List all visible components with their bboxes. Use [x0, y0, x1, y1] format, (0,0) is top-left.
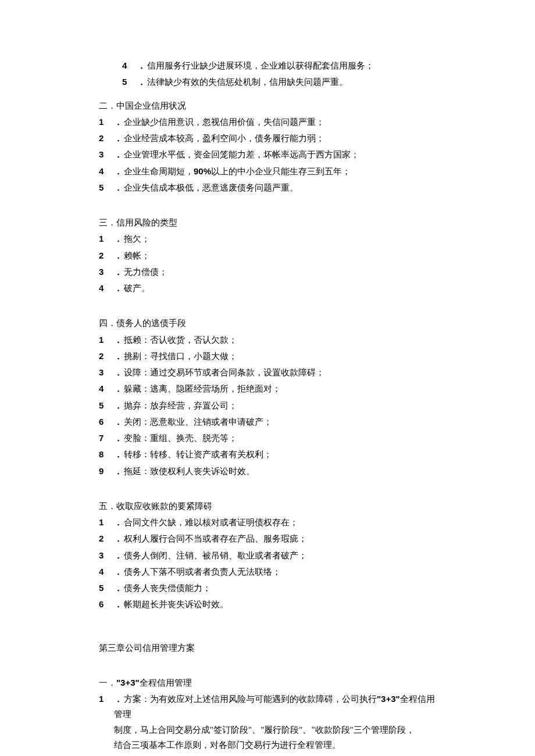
item-text: ．抵赖：否认收货，否认欠款； — [114, 332, 436, 347]
list-item: 5 ．企业失信成本极低，恶意逃废债务问题严重。 — [99, 180, 436, 195]
item-text: ．抛弃：放弃经营，弃置公司； — [114, 398, 436, 413]
item-number: 1 — [99, 691, 114, 753]
item-text: ．合同文件欠缺，难以核对或者证明债权存在； — [114, 515, 436, 530]
item-text: ．躲藏：逃离、隐匿经营场所，拒绝面对； — [114, 381, 436, 396]
list-item: 4 ．破产。 — [99, 281, 436, 296]
list-item: 6．关闭：恶意歇业、注销或者申请破产； — [99, 414, 436, 429]
section-5-heading: 五．收取应收账款的要紧障碍 — [99, 499, 436, 514]
list-item: 2 ．赖帐； — [99, 248, 436, 263]
item-text: ．变脸：重组、换壳、脱壳等； — [114, 431, 436, 446]
list-item: 4 ．企业生命周期短，90%以上的中小企业只能生存三到五年； — [99, 164, 436, 179]
item-number: 2 — [99, 131, 114, 146]
item-number: 8 — [99, 447, 114, 462]
list-item: 5．债务人丧失偿债能力； — [99, 581, 436, 596]
list-item: 4．躲藏：逃离、隐匿经营场所，拒绝面对； — [99, 381, 436, 396]
list-item: 4 ．信用服务行业缺少进展环境，企业难以获得配套信用服务； — [99, 58, 436, 73]
item-number: 1 — [99, 114, 114, 130]
list-item: 1．抵赖：否认收货，否认欠款； — [99, 332, 436, 347]
list-item: 2．挑剔：寻找借口，小题大做； — [99, 349, 436, 364]
list-item: 7．变脸：重组、换壳、脱壳等； — [99, 431, 436, 446]
item-text: ．无力偿债； — [114, 264, 436, 280]
item-number: 2 — [99, 248, 114, 263]
item-number: 3 — [99, 548, 114, 563]
list-item: 6．帐期超长并丧失诉讼时效。 — [99, 597, 436, 612]
item-text: ．挑剔：寻找借口，小题大做； — [114, 349, 436, 364]
item-text: ．企业缺少信用意识，忽视信用价值，失信问题严重； — [114, 114, 436, 130]
item-number: 4 — [122, 58, 137, 73]
chapter-3-section-1-heading: 一．"3+3"全程信用管理 — [99, 675, 436, 690]
item-number: 6 — [99, 597, 114, 612]
item-number: 7 — [99, 431, 114, 446]
item-text: ．企业失信成本极低，恶意逃废债务问题严重。 — [114, 180, 436, 195]
item-text: ．债务人丧失偿债能力； — [114, 581, 436, 596]
item-text: ．转移：转移、转让资产或者有关权利； — [114, 447, 436, 462]
item-number: 2 — [99, 531, 114, 546]
item-text: ．赖帐； — [114, 248, 436, 263]
item-number: 9 — [99, 464, 114, 479]
item-number: 1 — [99, 231, 114, 246]
item-number: 5 — [99, 398, 114, 413]
item-number: 4 — [99, 164, 114, 179]
item-text: ．拖延：致使权利人丧失诉讼时效。 — [114, 464, 436, 479]
item-number: 4 — [99, 381, 114, 396]
list-item: 5．抛弃：放弃经营，弃置公司； — [99, 398, 436, 413]
section-one-continuation: 4 ．信用服务行业缺少进展环境，企业难以获得配套信用服务； 5 ．法律缺少有效的… — [99, 58, 436, 90]
list-item: 1．合同文件欠缺，难以核对或者证明债权存在； — [99, 515, 436, 530]
item-number: 2 — [99, 349, 114, 364]
item-text: ．企业管理水平低，资金回笼能力差，坏帐率远高于西方国家； — [114, 147, 436, 162]
item-text: ．企业经营成本较高，盈利空间小，债务履行能力弱； — [114, 131, 436, 146]
list-item: 1 ．拖欠； — [99, 231, 436, 246]
list-item: 8．转移：转移、转让资产或者有关权利； — [99, 447, 436, 462]
section-5-list: 1．合同文件欠缺，难以核对或者证明债权存在； 2．权利人履行合同不当或者存在产品… — [99, 515, 436, 612]
item-number: 2 — [99, 754, 114, 756]
section-3-heading: 三．信用风险的类型 — [99, 215, 436, 230]
item-number: 6 — [99, 414, 114, 429]
section-2-list: 1 ．企业缺少信用意识，忽视信用价值，失信问题严重； 2 ．企业经营成本较高，盈… — [99, 114, 436, 195]
item-number: 1 — [99, 332, 114, 347]
list-item: 2．权利人履行合同不当或者存在产品、服务瑕疵； — [99, 531, 436, 546]
section-2-heading: 二．中国企业信用状况 — [99, 98, 436, 113]
list-item: 3．债务人倒闭、注销、被吊销、歇业或者者破产； — [99, 548, 436, 563]
item-number: 1 — [99, 515, 114, 530]
list-item: 9．拖延：致使权利人丧失诉讼时效。 — [99, 464, 436, 479]
item-text: ．XX 信用管理基本框架图（图一）。 — [114, 754, 436, 756]
item-text: ．企业生命周期短，90%以上的中小企业只能生存三到五年； — [114, 164, 436, 179]
section-4-list: 1．抵赖：否认收货，否认欠款； 2．挑剔：寻找借口，小题大做； 3．设障：通过交… — [99, 332, 436, 479]
chapter-3-section-1-list: 1 ．方案：为有效应对上述信用风险与可能遇到的收款障碍，公司执行"3+3"全程信… — [99, 691, 436, 756]
list-item: 3 ．无力偿债； — [99, 264, 436, 280]
list-item: 2 ．XX 信用管理基本框架图（图一）。 — [99, 754, 436, 756]
list-item: 1 ．方案：为有效应对上述信用风险与可能遇到的收款障碍，公司执行"3+3"全程信… — [99, 691, 436, 753]
item-text: ．设障：通过交易环节或者合同条款，设置收款障碍； — [114, 365, 436, 380]
item-text: ．债务人倒闭、注销、被吊销、歇业或者者破产； — [114, 548, 436, 563]
item-number: 4 — [99, 281, 114, 296]
item-text: ．法律缺少有效的失信惩处机制，信用缺失问题严重。 — [137, 74, 436, 89]
list-item: 3 ．企业管理水平低，资金回笼能力差，坏帐率远高于西方国家； — [99, 147, 436, 162]
section-3-list: 1 ．拖欠； 2 ．赖帐； 3 ．无力偿债； 4 ．破产。 — [99, 231, 436, 296]
item-number: 5 — [99, 180, 114, 195]
list-item: 4．债务人下落不明或者者负责人无法联络； — [99, 564, 436, 579]
item-number: 3 — [99, 365, 114, 380]
item-text: ．信用服务行业缺少进展环境，企业难以获得配套信用服务； — [137, 58, 436, 73]
list-item: 1 ．企业缺少信用意识，忽视信用价值，失信问题严重； — [99, 114, 436, 130]
item-number: 3 — [99, 147, 114, 162]
item-number: 5 — [122, 74, 137, 89]
item-text: ．方案：为有效应对上述信用风险与可能遇到的收款障碍，公司执行"3+3"全程信用管… — [114, 691, 436, 753]
item-text: ．破产。 — [114, 281, 436, 296]
list-item: 5 ．法律缺少有效的失信惩处机制，信用缺失问题严重。 — [99, 74, 436, 89]
section-4-heading: 四．债务人的逃债手段 — [99, 316, 436, 331]
item-text: ．关闭：恶意歇业、注销或者申请破产； — [114, 414, 436, 429]
item-number: 5 — [99, 581, 114, 596]
item-text: ．权利人履行合同不当或者存在产品、服务瑕疵； — [114, 531, 436, 546]
item-text: ．债务人下落不明或者者负责人无法联络； — [114, 564, 436, 579]
item-number: 4 — [99, 564, 114, 579]
item-text: ．拖欠； — [114, 231, 436, 246]
chapter-3-heading: 第三章公司信用管理方案 — [99, 640, 436, 655]
list-item: 3．设障：通过交易环节或者合同条款，设置收款障碍； — [99, 365, 436, 380]
list-item: 2 ．企业经营成本较高，盈利空间小，债务履行能力弱； — [99, 131, 436, 146]
item-text: ．帐期超长并丧失诉讼时效。 — [114, 597, 436, 612]
item-number: 3 — [99, 264, 114, 280]
